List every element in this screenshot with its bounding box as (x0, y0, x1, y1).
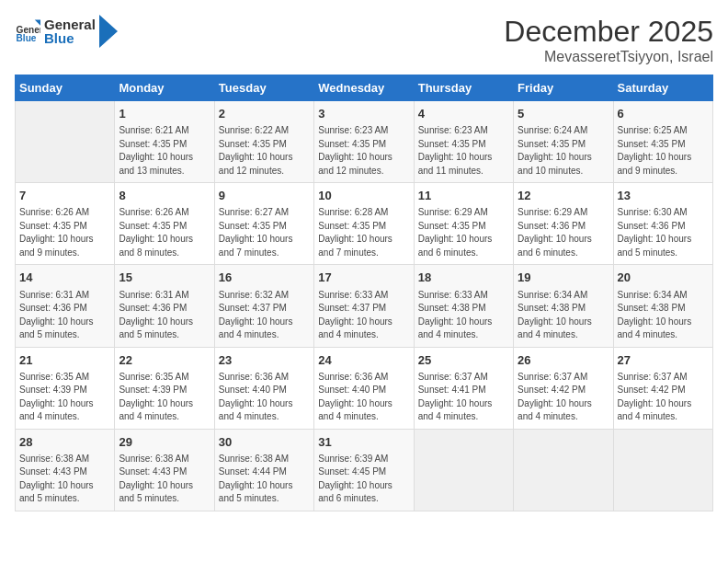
svg-text:Blue: Blue (17, 33, 37, 43)
day-detail: Sunrise: 6:38 AMSunset: 4:43 PMDaylight:… (119, 453, 210, 506)
day-detail: Sunrise: 6:37 AMSunset: 4:42 PMDaylight:… (618, 371, 709, 424)
day-number: 23 (219, 352, 310, 369)
calendar-cell: 7Sunrise: 6:26 AMSunset: 4:35 PMDaylight… (16, 183, 115, 265)
calendar-cell: 23Sunrise: 6:36 AMSunset: 4:40 PMDayligh… (214, 347, 313, 429)
calendar-cell: 5Sunrise: 6:24 AMSunset: 4:35 PMDaylight… (514, 101, 613, 183)
day-detail: Sunrise: 6:32 AMSunset: 4:37 PMDaylight:… (219, 289, 310, 342)
logo-arrow-icon (99, 15, 118, 48)
day-number: 2 (219, 106, 310, 122)
day-number: 7 (19, 188, 110, 204)
calendar-cell (613, 429, 712, 511)
day-number: 28 (19, 434, 110, 451)
logo-blue-text: Blue (44, 30, 74, 46)
day-number: 22 (119, 352, 210, 369)
day-detail: Sunrise: 6:26 AMSunset: 4:35 PMDaylight:… (19, 206, 110, 259)
day-number: 11 (418, 188, 509, 204)
day-detail: Sunrise: 6:27 AMSunset: 4:35 PMDaylight:… (219, 206, 310, 259)
day-detail: Sunrise: 6:25 AMSunset: 4:35 PMDaylight:… (618, 124, 709, 178)
calendar-cell: 14Sunrise: 6:31 AMSunset: 4:36 PMDayligh… (16, 265, 115, 347)
weekday-header-sunday: Sunday (16, 75, 115, 101)
calendar-week-row: 1Sunrise: 6:21 AMSunset: 4:35 PMDaylight… (16, 101, 713, 183)
day-number: 24 (318, 352, 409, 369)
day-detail: Sunrise: 6:36 AMSunset: 4:40 PMDaylight:… (318, 371, 409, 424)
day-number: 5 (518, 106, 609, 122)
calendar-cell: 2Sunrise: 6:22 AMSunset: 4:35 PMDaylight… (214, 101, 313, 183)
day-number: 29 (119, 434, 210, 451)
calendar-cell: 17Sunrise: 6:33 AMSunset: 4:37 PMDayligh… (314, 265, 414, 347)
day-number: 20 (618, 270, 709, 286)
calendar-cell: 13Sunrise: 6:30 AMSunset: 4:36 PMDayligh… (613, 183, 712, 265)
day-detail: Sunrise: 6:29 AMSunset: 4:35 PMDaylight:… (418, 206, 509, 259)
calendar-cell: 24Sunrise: 6:36 AMSunset: 4:40 PMDayligh… (314, 347, 414, 429)
weekday-header-saturday: Saturday (613, 75, 712, 101)
logo-icon: General Blue (15, 18, 40, 44)
calendar-week-row: 7Sunrise: 6:26 AMSunset: 4:35 PMDaylight… (16, 183, 713, 265)
calendar-cell: 22Sunrise: 6:35 AMSunset: 4:39 PMDayligh… (115, 347, 214, 429)
day-number: 18 (418, 270, 509, 286)
day-number: 9 (219, 188, 310, 204)
day-detail: Sunrise: 6:23 AMSunset: 4:35 PMDaylight:… (418, 124, 509, 178)
weekday-header-wednesday: Wednesday (314, 75, 414, 101)
day-number: 26 (518, 352, 609, 369)
calendar-cell: 4Sunrise: 6:23 AMSunset: 4:35 PMDaylight… (414, 101, 513, 183)
day-number: 1 (119, 106, 210, 122)
calendar-cell (414, 429, 513, 511)
day-number: 19 (518, 270, 609, 286)
day-number: 10 (318, 188, 409, 204)
day-number: 12 (518, 188, 609, 204)
day-detail: Sunrise: 6:24 AMSunset: 4:35 PMDaylight:… (518, 124, 609, 178)
calendar-cell: 31Sunrise: 6:39 AMSunset: 4:45 PMDayligh… (314, 429, 414, 511)
day-number: 8 (119, 188, 210, 204)
day-detail: Sunrise: 6:38 AMSunset: 4:43 PMDaylight:… (19, 453, 110, 506)
day-detail: Sunrise: 6:31 AMSunset: 4:36 PMDaylight:… (19, 289, 110, 342)
day-number: 13 (618, 188, 709, 204)
day-detail: Sunrise: 6:39 AMSunset: 4:45 PMDaylight:… (318, 453, 409, 506)
calendar-cell: 27Sunrise: 6:37 AMSunset: 4:42 PMDayligh… (613, 347, 712, 429)
day-number: 31 (318, 434, 409, 451)
day-number: 30 (219, 434, 310, 451)
day-detail: Sunrise: 6:36 AMSunset: 4:40 PMDaylight:… (219, 371, 310, 424)
calendar-cell: 12Sunrise: 6:29 AMSunset: 4:36 PMDayligh… (514, 183, 613, 265)
day-number: 4 (418, 106, 509, 122)
calendar-cell (514, 429, 613, 511)
calendar-cell: 19Sunrise: 6:34 AMSunset: 4:38 PMDayligh… (514, 265, 613, 347)
day-number: 3 (318, 106, 409, 122)
weekday-header-row: SundayMondayTuesdayWednesdayThursdayFrid… (16, 75, 713, 101)
calendar-title: December 2025 (504, 15, 713, 49)
day-number: 21 (19, 352, 110, 369)
day-detail: Sunrise: 6:35 AMSunset: 4:39 PMDaylight:… (119, 371, 210, 424)
day-detail: Sunrise: 6:23 AMSunset: 4:35 PMDaylight:… (318, 124, 409, 178)
weekday-header-thursday: Thursday (414, 75, 513, 101)
page-header: General Blue General Blue December 2025 … (15, 15, 713, 65)
day-number: 27 (618, 352, 709, 369)
title-area: December 2025 MevasseretTsiyyon, Israel (504, 15, 713, 65)
calendar-cell (16, 101, 115, 183)
day-detail: Sunrise: 6:30 AMSunset: 4:36 PMDaylight:… (618, 206, 709, 259)
calendar-cell: 1Sunrise: 6:21 AMSunset: 4:35 PMDaylight… (115, 101, 214, 183)
day-detail: Sunrise: 6:29 AMSunset: 4:36 PMDaylight:… (518, 206, 609, 259)
day-detail: Sunrise: 6:31 AMSunset: 4:36 PMDaylight:… (119, 289, 210, 342)
calendar-cell: 15Sunrise: 6:31 AMSunset: 4:36 PMDayligh… (115, 265, 214, 347)
day-detail: Sunrise: 6:37 AMSunset: 4:42 PMDaylight:… (518, 371, 609, 424)
svg-marker-3 (99, 15, 118, 48)
calendar-cell: 18Sunrise: 6:33 AMSunset: 4:38 PMDayligh… (414, 265, 513, 347)
calendar-cell: 20Sunrise: 6:34 AMSunset: 4:38 PMDayligh… (613, 265, 712, 347)
day-detail: Sunrise: 6:34 AMSunset: 4:38 PMDaylight:… (618, 289, 709, 342)
logo: General Blue General Blue (15, 15, 118, 48)
calendar-cell: 10Sunrise: 6:28 AMSunset: 4:35 PMDayligh… (314, 183, 414, 265)
calendar-cell: 9Sunrise: 6:27 AMSunset: 4:35 PMDaylight… (214, 183, 313, 265)
calendar-cell: 3Sunrise: 6:23 AMSunset: 4:35 PMDaylight… (314, 101, 414, 183)
calendar-cell: 16Sunrise: 6:32 AMSunset: 4:37 PMDayligh… (214, 265, 313, 347)
day-detail: Sunrise: 6:37 AMSunset: 4:41 PMDaylight:… (418, 371, 509, 424)
day-detail: Sunrise: 6:33 AMSunset: 4:38 PMDaylight:… (418, 289, 509, 342)
calendar-week-row: 28Sunrise: 6:38 AMSunset: 4:43 PMDayligh… (16, 429, 713, 511)
weekday-header-tuesday: Tuesday (214, 75, 313, 101)
day-detail: Sunrise: 6:35 AMSunset: 4:39 PMDaylight:… (19, 371, 110, 424)
calendar-cell: 30Sunrise: 6:38 AMSunset: 4:44 PMDayligh… (214, 429, 313, 511)
day-number: 15 (119, 270, 210, 286)
calendar-cell: 25Sunrise: 6:37 AMSunset: 4:41 PMDayligh… (414, 347, 513, 429)
day-detail: Sunrise: 6:38 AMSunset: 4:44 PMDaylight:… (219, 453, 310, 506)
calendar-cell: 8Sunrise: 6:26 AMSunset: 4:35 PMDaylight… (115, 183, 214, 265)
calendar-cell: 26Sunrise: 6:37 AMSunset: 4:42 PMDayligh… (514, 347, 613, 429)
day-detail: Sunrise: 6:34 AMSunset: 4:38 PMDaylight:… (518, 289, 609, 342)
